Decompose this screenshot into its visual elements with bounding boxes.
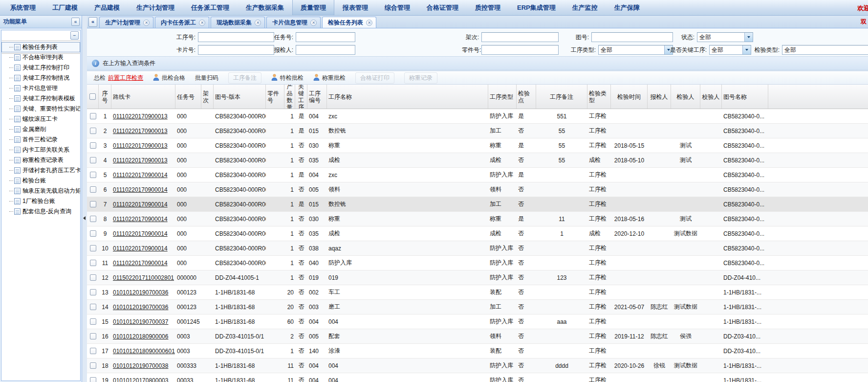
route-card-link[interactable]: 01010120190700036	[113, 289, 168, 296]
sidebar-item-1厂检验台账[interactable]: 1厂检验台账	[1, 196, 80, 206]
row-checkbox[interactable]	[90, 113, 96, 119]
collapse-all-icon[interactable]: −	[70, 31, 79, 40]
tab-卡片信息管理[interactable]: 卡片信息管理✕	[266, 17, 321, 28]
nav-item-工厂建模[interactable]: 工厂建模	[44, 0, 86, 15]
nav-item-合格证管理[interactable]: 合格证管理	[418, 0, 467, 15]
row-checkbox[interactable]	[90, 260, 96, 266]
search-input[interactable]	[296, 32, 355, 42]
route-card-link[interactable]: 01110220170900014	[113, 245, 168, 252]
route-card-link[interactable]: 01110220170900014	[113, 230, 168, 237]
search-input[interactable]	[198, 45, 274, 55]
tab-现场数据采集[interactable]: 现场数据采集✕	[211, 17, 265, 28]
nav-item-生产计划管理[interactable]: 生产计划管理	[128, 0, 183, 15]
nav-item-综合管理[interactable]: 综合管理	[376, 0, 418, 15]
route-card-link[interactable]: 01010120190700038	[113, 362, 168, 369]
nav-item-生产监控[interactable]: 生产监控	[564, 0, 606, 15]
row-checkbox[interactable]	[90, 348, 96, 354]
row-checkbox[interactable]	[90, 289, 96, 295]
nav-item-任务派工管理[interactable]: 任务派工管理	[183, 0, 238, 15]
tab-close-icon[interactable]: ✕	[199, 20, 205, 26]
search-input[interactable]	[591, 32, 673, 42]
toolbar-button-批检合格[interactable]: 批检合格	[153, 74, 185, 82]
nav-item-质控管理[interactable]: 质控管理	[467, 0, 509, 15]
sidebar-item-称重检查记录表[interactable]: 称重检查记录表	[1, 155, 80, 165]
sidebar-item-关键工序控制表模板[interactable]: 关键工序控制表模板	[1, 93, 80, 104]
splitter-collapse-icon[interactable]	[83, 216, 86, 220]
route-card-link[interactable]: 01110220170900013	[113, 142, 168, 149]
chevron-down-icon[interactable]	[744, 33, 753, 42]
select-all-checkbox[interactable]	[89, 93, 96, 100]
row-checkbox[interactable]	[90, 186, 96, 193]
search-select[interactable]: 全部	[697, 32, 753, 42]
sidebar-item-检验台账[interactable]: 检验台账	[1, 176, 80, 186]
nav-item-质量管理[interactable]: 质量管理	[292, 0, 334, 15]
sidebar-item-检验任务列表[interactable]: 检验任务列表	[1, 42, 80, 52]
row-checkbox[interactable]	[90, 216, 96, 222]
sidebar-item-首件三检记录[interactable]: 首件三检记录	[1, 135, 80, 145]
toolbar-button-前置工序检查[interactable]: 总检前置工序检查	[94, 74, 143, 82]
sidebar-item-卡片信息管理[interactable]: 卡片信息管理	[1, 83, 80, 93]
sidebar-item-轴承压装无载启动力矩[interactable]: 轴承压装无载启动力矩	[1, 186, 80, 196]
row-checkbox[interactable]	[90, 318, 96, 325]
nav-item-ERP集成管理[interactable]: ERP集成管理	[509, 0, 564, 15]
row-checkbox[interactable]	[90, 274, 96, 281]
tab-close-icon[interactable]: ✕	[310, 20, 317, 26]
nav-item-产品建模[interactable]: 产品建模	[86, 0, 128, 15]
tab-close-icon[interactable]: ✕	[143, 20, 150, 26]
search-input[interactable]	[481, 32, 559, 42]
row-checkbox[interactable]	[90, 304, 96, 310]
tab-内卡任务派工[interactable]: 内卡任务派工✕	[155, 17, 209, 28]
row-checkbox[interactable]	[90, 172, 96, 178]
toolbar-button-批量扫码[interactable]: 批量扫码	[195, 74, 218, 82]
route-card-link[interactable]: 0101012018090000601	[113, 348, 175, 355]
route-card-link[interactable]: 01010120170800003	[113, 377, 168, 382]
route-card-link[interactable]: 01110220170900013	[113, 113, 168, 120]
route-card-link[interactable]: 01110220170900014	[113, 172, 168, 179]
search-select[interactable]: 全部	[598, 45, 673, 55]
panel-splitter[interactable]	[82, 16, 87, 382]
route-card-link[interactable]: 01110220170900014	[113, 186, 168, 193]
row-checkbox[interactable]	[90, 362, 96, 369]
sidebar-item-螺纹滚压工卡[interactable]: 螺纹滚压工卡	[1, 114, 80, 124]
row-checkbox[interactable]	[90, 333, 96, 339]
toolbar-button-称重批检[interactable]: 称重批检	[313, 74, 346, 82]
sidebar-item-不合格审理列表[interactable]: 不合格审理列表	[1, 52, 80, 63]
sidebar-item-内卡工部关联关系[interactable]: 内卡工部关联关系	[1, 145, 80, 155]
search-select[interactable]: 全部	[782, 45, 868, 55]
search-input[interactable]	[198, 32, 274, 42]
route-card-link[interactable]: 01010120190700036	[113, 304, 168, 311]
nav-item-报表管理[interactable]: 报表管理	[334, 0, 376, 15]
sidebar-item-金属磨削[interactable]: 金属磨削	[1, 124, 80, 135]
sidebar-collapse-icon[interactable]: «	[71, 18, 80, 26]
route-card-link[interactable]: 01110220170900013	[113, 157, 168, 164]
tab-scroll-left-icon[interactable]: «	[88, 17, 97, 27]
tab-close-icon[interactable]: ✕	[366, 20, 372, 26]
route-card-link[interactable]: 01110220170900014	[113, 201, 168, 208]
nav-item-系统管理[interactable]: 系统管理	[2, 0, 44, 15]
row-checkbox[interactable]	[90, 245, 96, 251]
sidebar-item-开缝衬套孔挤压工艺卡[interactable]: 开缝衬套孔挤压工艺卡	[1, 165, 80, 176]
route-card-link[interactable]: 01110220170900014	[113, 216, 168, 223]
route-card-link[interactable]: 01010120190700037	[113, 318, 168, 325]
route-card-link[interactable]: 01010120180900006	[113, 333, 168, 340]
tab-检验任务列表[interactable]: 检验任务列表✕	[322, 17, 376, 28]
tab-close-icon[interactable]: ✕	[255, 20, 261, 26]
sidebar-item-关键工序控制打印[interactable]: 关键工序控制打印	[1, 63, 80, 73]
row-checkbox[interactable]	[90, 157, 96, 163]
sidebar-item-配套信息-反向查询[interactable]: 配套信息-反向查询	[1, 206, 80, 217]
nav-item-生产数据采集[interactable]: 生产数据采集	[238, 0, 292, 15]
search-input[interactable]	[296, 45, 355, 55]
sidebar-item-关键工序控制情况[interactable]: 关键工序控制情况	[1, 73, 80, 83]
search-input[interactable]	[481, 45, 559, 55]
row-checkbox[interactable]	[90, 201, 96, 207]
toolbar-button-特检批检[interactable]: 特检批检	[271, 74, 304, 82]
route-card-link[interactable]: 01110220170900014	[113, 260, 168, 267]
row-checkbox[interactable]	[90, 230, 96, 237]
row-checkbox[interactable]	[90, 142, 96, 149]
tab-生产计划管理[interactable]: 生产计划管理✕	[99, 17, 153, 28]
row-checkbox[interactable]	[90, 128, 96, 134]
nav-item-生产保障[interactable]: 生产保障	[606, 0, 648, 15]
row-checkbox[interactable]	[90, 377, 96, 382]
route-card-link[interactable]: 01110220170900013	[113, 128, 168, 135]
route-card-link[interactable]: 0115022017110002801	[113, 274, 174, 281]
